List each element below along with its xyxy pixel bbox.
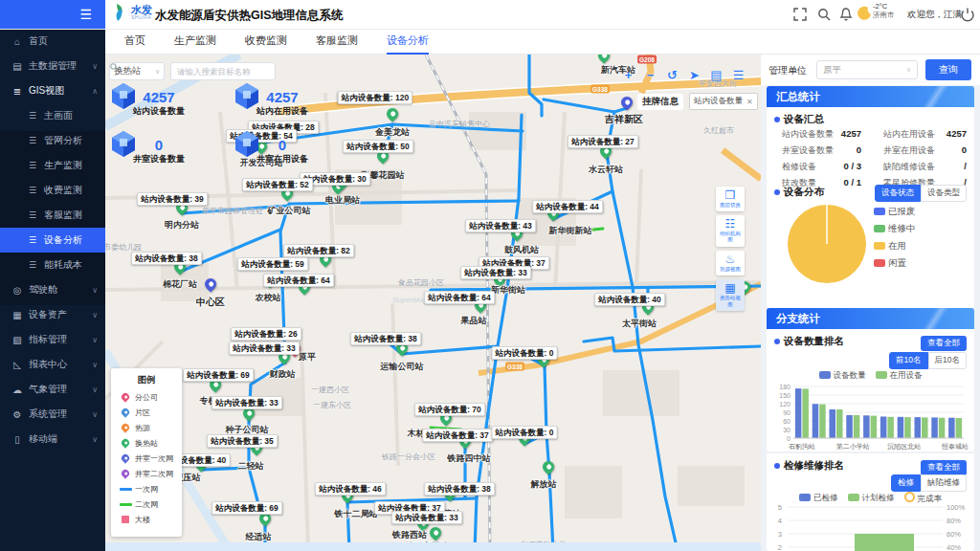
mgmt-unit-select[interactable]: 原平 ∨ bbox=[816, 60, 918, 79]
logout-power-icon[interactable] bbox=[960, 7, 975, 22]
device-count-badge[interactable]: 站内设备数量: 44 bbox=[532, 200, 603, 213]
sidebar-collapse-button[interactable]: ☰ bbox=[0, 0, 105, 29]
device-count-badge[interactable]: 站内设备数量: 59 bbox=[237, 257, 308, 271]
sidebar-item-设备分析[interactable]: ☰设备分析 bbox=[0, 228, 105, 253]
map-view-buttons: ❐图层切换☷组织机构图♨热源视图▦换热站视图 bbox=[716, 187, 745, 311]
reset-icon[interactable]: ↺ bbox=[666, 68, 679, 82]
query-button[interactable]: 查询 bbox=[925, 59, 971, 80]
sidebar-item-首页[interactable]: ⌂首页 bbox=[0, 29, 105, 54]
sidebar-item-指标管理[interactable]: ▧指标管理∨ bbox=[0, 327, 105, 352]
sidebar-item-能耗成本[interactable]: ☰能耗成本 bbox=[0, 253, 105, 277]
device-count-badge[interactable]: 站内设备数量: 70 bbox=[414, 403, 485, 416]
map-area-label: 一建东小区 bbox=[313, 400, 351, 410]
sidebar-item-GIS视图[interactable]: ≣GIS视图∧ bbox=[0, 78, 105, 103]
pie-legend-item-维修中[interactable]: 维修中 bbox=[874, 220, 916, 237]
tag-chip[interactable]: 站内设备数量 ✕ bbox=[689, 93, 758, 110]
device-count-badge[interactable]: 站内设备数量: 0 bbox=[492, 346, 558, 360]
device-count-badge[interactable]: 站内设备数量: 69 bbox=[183, 368, 254, 382]
zoom-in-icon[interactable]: + bbox=[622, 68, 635, 82]
fullscreen-icon[interactable] bbox=[792, 7, 808, 22]
sidebar-item-系统管理[interactable]: ⚙系统管理∨ bbox=[0, 402, 105, 427]
view-button-换热站视图[interactable]: ▦换热站视图 bbox=[716, 279, 745, 311]
device-count-badge[interactable]: 站内设备数量: 26 bbox=[231, 327, 301, 341]
summary-section-header: 汇总统计 bbox=[767, 86, 974, 107]
svg-text:120: 120 bbox=[779, 401, 791, 408]
device-count-badge[interactable]: 站内设备数量: 0 bbox=[492, 426, 558, 439]
toggle-缺陷维修[interactable]: 缺陷维修 bbox=[921, 474, 967, 492]
device-count-badge[interactable]: 站内设备数量: 33 bbox=[391, 511, 462, 524]
legend-pin-icon bbox=[120, 468, 130, 478]
toggle-前10名[interactable]: 前10名 bbox=[889, 352, 927, 369]
device-count-badge[interactable]: 站内设备数量: 27 bbox=[568, 135, 638, 148]
sidebar-item-设备资产[interactable]: ▦设备资产∨ bbox=[0, 302, 105, 327]
sidebar-item-收费监测[interactable]: ☰收费监测 bbox=[0, 178, 105, 203]
map-canvas[interactable]: SuperMap 金美龙站站内设备数量: 120飞馨花园站站内设备数量: 50站… bbox=[105, 55, 761, 551]
toggle-检修[interactable]: 检修 bbox=[891, 474, 921, 492]
search-icon[interactable] bbox=[816, 7, 832, 22]
summary-key: 井室设备数量 bbox=[782, 144, 834, 157]
device-cube-icon bbox=[109, 81, 138, 110]
device-count-badge[interactable]: 站内设备数量: 38 bbox=[131, 252, 202, 265]
sidebar-item-气象管理[interactable]: ☁气象管理∨ bbox=[0, 377, 105, 402]
tab-设备分析[interactable]: 设备分析 bbox=[387, 28, 429, 55]
device-count-badge[interactable]: 站内设备数量: 35 bbox=[207, 434, 278, 448]
device-count-badge[interactable]: 站内设备数量: 40 bbox=[594, 293, 665, 306]
device-count-badge[interactable]: 站内设备数量: 33 bbox=[229, 342, 300, 355]
toggle-设备类型[interactable]: 设备类型 bbox=[921, 185, 967, 202]
sidebar-item-管网分析[interactable]: ☰管网分析 bbox=[0, 128, 105, 153]
sidebar-item-移动端[interactable]: ▯移动端∨ bbox=[0, 427, 105, 452]
pie-legend-item-已报废[interactable]: 已报废 bbox=[874, 203, 916, 220]
device-count-badge[interactable]: 站内设备数量: 69 bbox=[212, 501, 282, 515]
device-count-badge[interactable]: 站内设备数量: 39 bbox=[137, 192, 208, 206]
tag-close-icon[interactable]: ✕ bbox=[746, 98, 753, 106]
device-count-badge[interactable]: 站内设备数量: 120 bbox=[338, 91, 412, 104]
station-name: 水云轩站 bbox=[589, 164, 623, 176]
map-search-input[interactable] bbox=[175, 66, 263, 77]
layer-settings-icon[interactable]: ☰ bbox=[732, 68, 745, 82]
svg-text:4: 4 bbox=[778, 517, 782, 525]
tab-客服监测[interactable]: 客服监测 bbox=[316, 28, 358, 55]
device-count-badge[interactable]: 站内设备数量: 38 bbox=[350, 332, 421, 345]
device-count-badge[interactable]: 站内设备数量: 82 bbox=[283, 244, 354, 257]
moon-weather-icon[interactable] bbox=[858, 6, 873, 21]
device-count-badge[interactable]: 站内设备数量: 52 bbox=[242, 178, 313, 191]
summary-key: 站内在用设备 bbox=[883, 128, 935, 141]
measure-icon[interactable]: ➤ bbox=[688, 68, 701, 82]
export-icon[interactable]: ▤ bbox=[710, 68, 723, 82]
toggle-后10名[interactable]: 后10名 bbox=[928, 352, 967, 369]
pie-legend-item-闲置[interactable]: 闲置 bbox=[874, 254, 916, 272]
device-count-badge[interactable]: 站内设备数量: 64 bbox=[424, 291, 495, 304]
device-count-badge[interactable]: 站内设备数量: 38 bbox=[424, 482, 495, 496]
pie-legend-item-在用[interactable]: 在用 bbox=[874, 237, 916, 254]
view-button-组织机构图[interactable]: ☷组织机构图 bbox=[716, 215, 745, 247]
view-all-button[interactable]: 查看全部 bbox=[921, 336, 967, 351]
view-all-button[interactable]: 查看全部 bbox=[921, 460, 967, 475]
sidebar-item-label: 报表中心 bbox=[29, 358, 67, 371]
device-count-badge[interactable]: 站内设备数量: 43 bbox=[465, 219, 536, 232]
sidebar-item-驾驶舱[interactable]: ◎驾驶舱∨ bbox=[0, 277, 105, 302]
tab-收费监测[interactable]: 收费监测 bbox=[245, 28, 287, 55]
zoom-out-icon[interactable]: − bbox=[644, 68, 657, 82]
device-count-badge[interactable]: 站内设备数量: 33 bbox=[460, 266, 531, 279]
sidebar-item-客服监测[interactable]: ☰客服监测 bbox=[0, 203, 105, 228]
station-name: 矿业公司站 bbox=[268, 205, 311, 217]
device-count-badge[interactable]: 站内设备数量: 37 bbox=[422, 429, 493, 442]
sidebar-item-生产监测[interactable]: ☰生产监测 bbox=[0, 153, 105, 178]
search-icon[interactable] bbox=[109, 62, 119, 72]
sidebar-item-主画面[interactable]: ☰主画面 bbox=[0, 103, 105, 128]
sidebar-item-主数据管理[interactable]: ▤主数据管理∨ bbox=[0, 54, 105, 78]
toggle-设备状态[interactable]: 设备状态 bbox=[875, 185, 921, 202]
sidebar-item-报表中心[interactable]: ◺报表中心∨ bbox=[0, 352, 105, 377]
view-button-图层切换[interactable]: ❐图层切换 bbox=[716, 187, 745, 211]
device-count-badge[interactable]: 设备数量: 40 bbox=[176, 453, 231, 467]
view-button-热源视图[interactable]: ♨热源视图 bbox=[716, 251, 745, 276]
summary-row: 检修设备0 / 3缺陷维修设备/ bbox=[767, 161, 974, 176]
device-count-badge[interactable]: 站内设备数量: 33 bbox=[212, 396, 282, 409]
device-count-badge[interactable]: 站内设备数量: 46 bbox=[315, 482, 386, 496]
device-count-badge[interactable]: 站内设备数量: 50 bbox=[343, 140, 413, 153]
tab-生产监测[interactable]: 生产监测 bbox=[174, 28, 216, 55]
tab-首页[interactable]: 首页 bbox=[124, 28, 145, 55]
notification-bell-icon[interactable] bbox=[838, 7, 854, 22]
legend-item-换热站: 换热站 bbox=[111, 435, 182, 451]
device-count-badge[interactable]: 站内设备数量: 64 bbox=[263, 274, 334, 287]
